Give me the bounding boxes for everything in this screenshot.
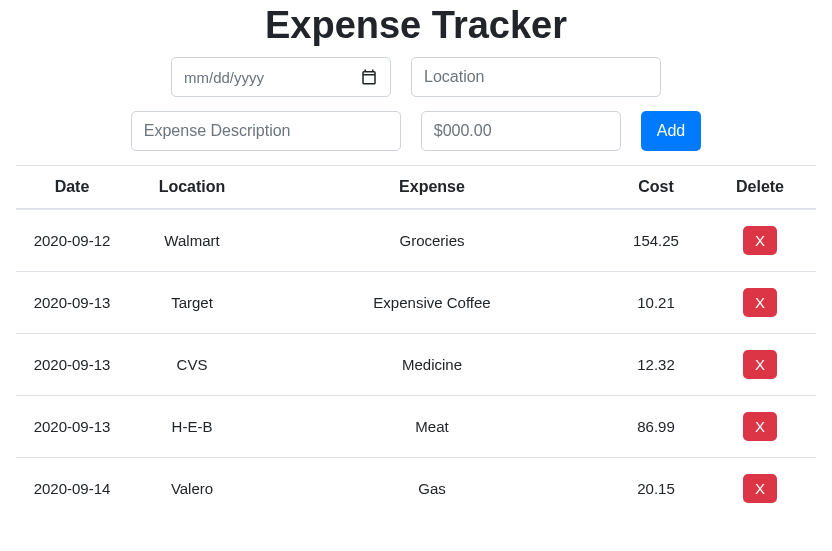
table-row: 2020-09-13H-E-BMeat86.99X — [16, 396, 816, 458]
cell-location: Valero — [128, 458, 256, 520]
delete-button[interactable]: X — [743, 288, 777, 317]
delete-button[interactable]: X — [743, 226, 777, 255]
header-expense: Expense — [256, 166, 608, 210]
calendar-icon — [360, 68, 378, 86]
cell-cost: 154.25 — [608, 209, 704, 272]
page-title: Expense Tracker — [16, 4, 816, 47]
delete-button[interactable]: X — [743, 350, 777, 379]
cell-cost: 10.21 — [608, 272, 704, 334]
table-row: 2020-09-14ValeroGas20.15X — [16, 458, 816, 520]
header-date: Date — [16, 166, 128, 210]
cell-date: 2020-09-14 — [16, 458, 128, 520]
cell-expense: Expensive Coffee — [256, 272, 608, 334]
header-cost: Cost — [608, 166, 704, 210]
cell-cost: 86.99 — [608, 396, 704, 458]
cell-delete: X — [704, 458, 816, 520]
cell-location: H-E-B — [128, 396, 256, 458]
cell-expense: Groceries — [256, 209, 608, 272]
header-delete: Delete — [704, 166, 816, 210]
cell-expense: Gas — [256, 458, 608, 520]
cell-expense: Meat — [256, 396, 608, 458]
table-row: 2020-09-13CVSMedicine12.32X — [16, 334, 816, 396]
table-row: 2020-09-13TargetExpensive Coffee10.21X — [16, 272, 816, 334]
header-location: Location — [128, 166, 256, 210]
date-placeholder: mm/dd/yyyy — [184, 69, 264, 86]
date-input[interactable]: mm/dd/yyyy — [171, 57, 391, 97]
cell-delete: X — [704, 396, 816, 458]
cell-date: 2020-09-13 — [16, 396, 128, 458]
cell-location: Target — [128, 272, 256, 334]
cell-date: 2020-09-13 — [16, 334, 128, 396]
add-button[interactable]: Add — [641, 111, 701, 151]
cell-expense: Medicine — [256, 334, 608, 396]
description-input[interactable] — [131, 111, 401, 151]
cell-delete: X — [704, 272, 816, 334]
cell-location: CVS — [128, 334, 256, 396]
cost-input[interactable] — [421, 111, 621, 151]
location-input[interactable] — [411, 57, 661, 97]
form-row-1: mm/dd/yyyy — [16, 57, 816, 97]
expenses-table: Date Location Expense Cost Delete 2020-0… — [16, 165, 816, 519]
delete-button[interactable]: X — [743, 474, 777, 503]
cell-date: 2020-09-12 — [16, 209, 128, 272]
form-row-2: Add — [16, 111, 816, 151]
cell-cost: 20.15 — [608, 458, 704, 520]
cell-cost: 12.32 — [608, 334, 704, 396]
delete-button[interactable]: X — [743, 412, 777, 441]
cell-location: Walmart — [128, 209, 256, 272]
cell-delete: X — [704, 334, 816, 396]
cell-delete: X — [704, 209, 816, 272]
table-row: 2020-09-12WalmartGroceries154.25X — [16, 209, 816, 272]
cell-date: 2020-09-13 — [16, 272, 128, 334]
